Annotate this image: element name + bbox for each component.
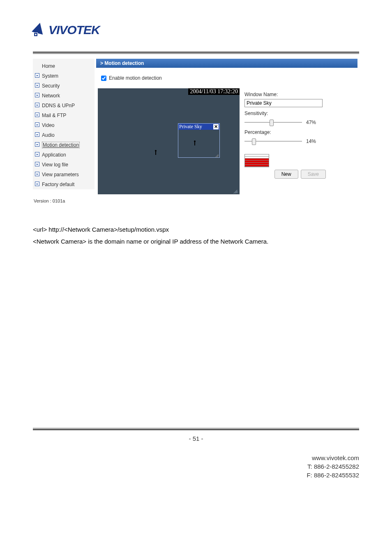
- enable-motion-checkbox[interactable]: Enable motion detection: [101, 75, 353, 81]
- arrow-right-icon: ▸: [35, 142, 39, 147]
- url-line: <url> http://<Network Camera>/setup/moti…: [33, 224, 359, 236]
- sensitivity-value: 47%: [306, 120, 316, 125]
- arrow-right-icon: ▸: [35, 172, 39, 176]
- percentage-slider[interactable]: [244, 138, 302, 145]
- sensitivity-label: Sensitivity:: [244, 111, 356, 116]
- sidebar-item-label: View parameters: [42, 172, 79, 177]
- sidebar-item-video[interactable]: ▸Video: [33, 120, 95, 130]
- sidebar-item-label: Mail & FTP: [42, 113, 66, 118]
- window-name-label: Window Name:: [244, 92, 356, 97]
- arrow-right-icon: ▸: [35, 103, 39, 107]
- sidebar-item-label: Factory default: [42, 182, 74, 187]
- sidebar-item-label: Security: [42, 83, 60, 89]
- sidebar-item-label: System: [42, 73, 58, 79]
- motion-window-title: Private Sky: [179, 124, 202, 130]
- sidebar-item-home[interactable]: Home: [33, 61, 95, 71]
- resize-handle-icon[interactable]: [214, 152, 219, 157]
- new-button[interactable]: New: [274, 170, 298, 179]
- sidebar-item-label: View log file: [42, 162, 68, 168]
- window-name-input[interactable]: [244, 99, 323, 107]
- sidebar-item-label: Video: [42, 122, 54, 128]
- footer-rule: [33, 428, 359, 430]
- arrow-right-icon: ▸: [35, 73, 39, 78]
- percentage-value: 14%: [306, 138, 316, 144]
- contact-tel: T: 886-2-82455282: [33, 462, 359, 471]
- config-screenshot: Home▸System▸Security▸Network▸DDNS & UPnP…: [33, 59, 359, 203]
- sidebar-item-label: Audio: [42, 132, 55, 138]
- arrow-right-icon: ▸: [35, 162, 39, 166]
- sidebar-item-label: DDNS & UPnP: [42, 103, 75, 108]
- content-title-bar: > Motion detection: [96, 59, 357, 68]
- sidebar-item-security[interactable]: ▸Security: [33, 81, 95, 91]
- arrow-right-icon: ▸: [35, 132, 39, 137]
- contact-block: www.vivotek.com T: 886-2-82455282 F: 886…: [33, 454, 359, 479]
- sidebar-item-label: Home: [42, 63, 55, 69]
- sidebar-item-view-parameters[interactable]: ▸View parameters: [33, 170, 95, 180]
- header-rule: [33, 52, 359, 54]
- logo-mark-icon: [33, 23, 45, 37]
- enable-motion-input[interactable]: [101, 76, 106, 81]
- contact-fax: F: 886-2-82455532: [33, 471, 359, 479]
- arrow-right-icon: ▸: [35, 93, 39, 97]
- close-icon[interactable]: ✕: [213, 124, 219, 129]
- person-icon: [151, 149, 160, 158]
- sidebar-item-mail-ftp[interactable]: ▸Mail & FTP: [33, 111, 95, 120]
- url-description: <Network Camera> is the domain name or o…: [33, 236, 359, 248]
- sidebar-item-view-log-file[interactable]: ▸View log file: [33, 160, 95, 170]
- sidebar-nav: Home▸System▸Security▸Network▸DDNS & UPnP…: [33, 59, 95, 189]
- sidebar-item-system[interactable]: ▸System: [33, 71, 95, 81]
- person-icon: [190, 140, 199, 149]
- percentage-label: Percentage:: [244, 129, 356, 135]
- sidebar-item-label: Network: [42, 93, 60, 99]
- level-indicator: [244, 154, 269, 167]
- logo-text: VIVOTEK: [48, 23, 100, 37]
- sidebar-item-motion-detection[interactable]: ▸Motion detection: [33, 140, 95, 150]
- sidebar-item-application[interactable]: ▸Application: [33, 150, 95, 160]
- page-number: - 51 -: [33, 435, 359, 442]
- sidebar-item-ddns-upnp[interactable]: ▸DDNS & UPnP: [33, 101, 95, 111]
- sidebar-item-label: Application: [42, 152, 66, 158]
- body-text: <url> http://<Network Camera>/setup/moti…: [33, 224, 359, 247]
- video-timestamp: 2004/11/03 17:32:20: [188, 88, 240, 95]
- save-button[interactable]: Save: [301, 170, 326, 179]
- enable-motion-label: Enable motion detection: [109, 75, 162, 81]
- arrow-right-icon: ▸: [35, 122, 39, 127]
- arrow-right-icon: ▸: [35, 113, 39, 117]
- sidebar-item-audio[interactable]: ▸Audio: [33, 130, 95, 140]
- video-preview[interactable]: 2004/11/03 17:32:20 Private Sky ✕: [98, 88, 240, 194]
- arrow-right-icon: ▸: [35, 83, 39, 88]
- video-resize-handle-icon[interactable]: [232, 187, 238, 193]
- sidebar-item-label: Motion detection: [42, 142, 80, 148]
- arrow-right-icon: ▸: [35, 152, 39, 157]
- arrow-right-icon: ▸: [35, 182, 39, 186]
- version-label: Version : 0101a: [33, 189, 95, 203]
- contact-site: www.vivotek.com: [33, 454, 359, 462]
- sidebar-item-network[interactable]: ▸Network: [33, 91, 95, 101]
- sensitivity-slider[interactable]: [244, 119, 302, 126]
- brand-logo: VIVOTEK: [33, 23, 359, 37]
- sidebar-item-factory-default[interactable]: ▸Factory default: [33, 180, 95, 189]
